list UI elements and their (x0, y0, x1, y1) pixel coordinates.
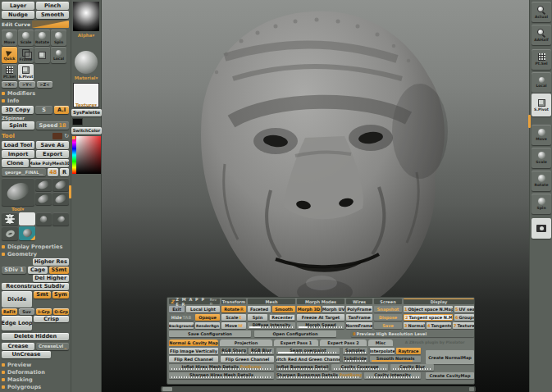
snapshot-button[interactable]: Snapshot (374, 306, 402, 312)
brush-layer-button[interactable]: Layer (2, 2, 34, 10)
sym-button[interactable]: Sym (52, 291, 69, 299)
spin-button[interactable]: Spin (248, 314, 267, 321)
cube-mode-button[interactable] (34, 47, 50, 63)
delete-hidden-button[interactable]: Delete Hidden (2, 333, 69, 340)
color-picker[interactable] (72, 136, 101, 174)
inflat-bumpmap-slider[interactable]: Inflat Bumpmap Details (276, 364, 329, 371)
tool-thumbnail-ring[interactable] (2, 226, 18, 240)
local-button-right[interactable]: Local (531, 72, 551, 93)
scrollbar-handle[interactable] (162, 387, 172, 391)
tab-expert-pass-1[interactable]: Expert Pass 1 (274, 340, 318, 346)
polyframe-button[interactable]: PolyFrame (346, 306, 372, 312)
rgb-sharp-slider[interactable]: RGB Sharp (221, 348, 247, 354)
display-tangent-nmap-button[interactable]: 2Tangent space N.Map (404, 314, 453, 321)
preview-high-res-button[interactable]: 8Preview High Resolution Level (351, 330, 474, 337)
spivot-button-right[interactable]: S.Pivot (531, 93, 551, 116)
alpha-thumbnail[interactable] (73, 2, 99, 31)
modifiers-section-header[interactable]: Modifiers (2, 90, 69, 96)
cavity-intensity-slider[interactable]: Cavity Intensity (364, 372, 421, 379)
inflat-hires-slider[interactable]: Inflat Hires Mesh Details PreBump (169, 364, 274, 371)
spin-button-right[interactable]: Spin (531, 194, 551, 214)
tab-expert-pass-2[interactable]: Expert Pass 2 (320, 340, 367, 346)
cavity-blur-slider[interactable]: Cavity Blur (390, 364, 434, 371)
background-button[interactable]: Background (169, 322, 194, 329)
freeze-at-target-button[interactable]: Freeze At Target (297, 314, 344, 321)
save-configuration-button[interactable]: Save Configuration (169, 330, 251, 337)
rotate-tool[interactable]: Rotate (34, 30, 50, 46)
ai-button[interactable]: A.I (54, 106, 69, 114)
brush-smooth-button[interactable]: Smooth (36, 11, 69, 19)
right-scroll-marker[interactable] (528, 115, 531, 128)
sharpen-bumpmap-slider[interactable]: Sharpen Bumpmap Details PostBump (276, 372, 362, 379)
dispose-button[interactable]: Dispose (374, 314, 402, 321)
edit-curve-widget[interactable] (32, 21, 69, 28)
tool-thumbnail[interactable] (52, 178, 69, 191)
import-button[interactable]: Import (2, 150, 34, 158)
syspalette-button[interactable]: SysPalette (71, 109, 102, 116)
faceted-button[interactable]: Faceted (248, 306, 271, 312)
tool-name-field[interactable]: george__FINAL__ (2, 168, 46, 176)
deformation-section-header[interactable]: Deformation (2, 369, 69, 375)
tool-thumbnail-selected-alpha[interactable] (19, 212, 35, 226)
hide-button[interactable]: HideTAB (169, 314, 194, 321)
uncrease-button[interactable]: UnCrease (2, 351, 51, 358)
polygroups-section-header[interactable]: Polygroups (2, 384, 69, 390)
smt-button[interactable]: Smt (34, 291, 50, 299)
opaque-button[interactable]: Opaque (195, 314, 220, 321)
display-groups-button[interactable]: 6Groups (454, 314, 474, 321)
crease-button[interactable]: Crease (2, 343, 34, 350)
switch-red-green-button[interactable]: Switch Red And Green Channels (276, 356, 340, 362)
tool-thumbnail-star[interactable] (2, 212, 18, 226)
actual-button[interactable]: Actual (531, 2, 551, 22)
save-as-button[interactable]: Save As (36, 141, 69, 149)
spinit-button[interactable]: SpinIt (2, 121, 34, 130)
diffuse-intensity-slider[interactable]: Diffuse Intensity (248, 322, 295, 329)
crisp-button[interactable]: Crisp (34, 316, 69, 322)
higher-res-button[interactable]: Higher Res (33, 258, 69, 266)
material-label[interactable]: Material▾ (71, 75, 101, 80)
frame-mode-button[interactable]: Frame (18, 47, 34, 63)
brush-pinch-button[interactable]: Pinch (36, 2, 69, 10)
export-button[interactable]: Export (36, 150, 69, 158)
save-screen-button[interactable]: Save (374, 322, 402, 329)
create-normalmap-button[interactable]: Create NormalMap (426, 350, 474, 364)
tool-res-value[interactable]: 48 (48, 168, 58, 176)
display-uv-seams-button[interactable]: 5UV seams (454, 306, 474, 312)
bottom-scrollbar[interactable] (161, 386, 476, 392)
quick-mode-button[interactable]: Quick (2, 47, 17, 63)
tool-r-button[interactable]: R (60, 168, 69, 176)
rgb-blur-slider[interactable]: RGB Blur (249, 348, 274, 354)
reconstruct-subdiv-button[interactable]: Reconstruct Subdiv (2, 283, 69, 290)
switchcolor-button[interactable]: SwitchColor (71, 127, 102, 134)
sdiv-slider[interactable]: SDiv 1 (2, 267, 26, 274)
tanframe-button[interactable]: TanFrame (346, 314, 372, 321)
local-mode-button[interactable]: Local (51, 47, 66, 63)
render-rgn-button[interactable]: RenderRgn (195, 322, 220, 329)
tool-dropdown-label[interactable]: Tool▾ (11, 207, 69, 212)
s-slider[interactable]: S (35, 106, 52, 114)
masking-section-header[interactable]: Masking (2, 376, 69, 382)
morph-uv-button[interactable]: Morph UV (322, 306, 344, 312)
crease-lvl-slider[interactable]: CreaseLvl_ (36, 343, 69, 350)
move-tool[interactable]: Move (2, 30, 17, 46)
suv-button[interactable]: Suv (19, 308, 34, 315)
alpha-label[interactable]: Alpha▾ (71, 33, 101, 38)
cage-button[interactable]: Cage (28, 267, 48, 274)
sharpen-hires-slider[interactable]: Sharpen Hires Mesh Details (169, 372, 274, 379)
display-normals-button[interactable]: 3Normals (404, 322, 425, 329)
morph-speed-slider[interactable]: Morph Speed (297, 322, 344, 329)
tool-thumbnail[interactable] (52, 212, 69, 226)
display-object-nmap-button[interactable]: 1Object space N.Map (404, 306, 453, 312)
tool-section-header[interactable]: Tool (2, 133, 15, 139)
create-cavitymap-button[interactable]: Create CavityMap (426, 372, 474, 379)
3d-copy-button[interactable]: 3D Copy (2, 106, 34, 114)
snapshot-camera-button[interactable] (531, 218, 551, 239)
material-thumbnail[interactable] (75, 51, 98, 74)
exit-button[interactable]: Exit (169, 306, 185, 312)
refit-button[interactable]: ReFit (2, 308, 17, 315)
tab-projection[interactable]: Projection (220, 340, 272, 346)
smooth-button[interactable]: Smooth (272, 306, 295, 312)
seam-overpaint-slider[interactable]: Seam overpaint (276, 348, 340, 354)
brush-nudge-button[interactable]: Nudge (2, 11, 34, 19)
normframe-button[interactable]: NormFrame (346, 322, 372, 329)
